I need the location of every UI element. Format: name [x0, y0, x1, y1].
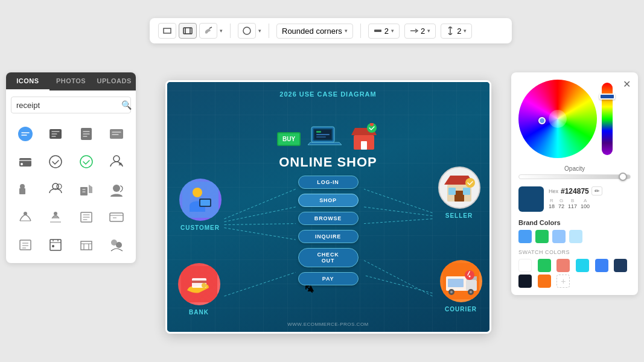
- actor-seller: SELLER: [438, 167, 480, 219]
- svg-rect-60: [448, 188, 456, 195]
- swatch-5[interactable]: [614, 259, 627, 272]
- list-item[interactable]: [73, 177, 100, 202]
- paint-tool[interactable]: [199, 23, 217, 39]
- color-wheel[interactable]: [518, 80, 597, 158]
- tab-photos[interactable]: PHOTOS: [49, 72, 93, 91]
- svg-point-5: [243, 27, 250, 34]
- buy-badge: BUY: [277, 132, 301, 146]
- use-case-browse[interactable]: BROWSE: [298, 212, 359, 225]
- list-item[interactable]: [42, 205, 69, 229]
- svg-point-15: [49, 156, 62, 168]
- list-item[interactable]: [12, 205, 39, 229]
- hex-label: Hex: [549, 188, 558, 194]
- stroke-width-select[interactable]: 2 ▾: [368, 24, 400, 39]
- panel-tabs: ICONS PHOTOS UPLOADS: [6, 72, 136, 91]
- svg-rect-18: [19, 188, 25, 194]
- svg-point-23: [113, 185, 120, 192]
- brand-color-2[interactable]: [552, 230, 566, 243]
- hue-slider[interactable]: [602, 83, 613, 155]
- svg-rect-6: [374, 30, 381, 32]
- brand-color-1[interactable]: [535, 230, 549, 243]
- brand-color-3[interactable]: [569, 230, 582, 243]
- actor-customer: CUSTOMER: [179, 179, 222, 231]
- swatch-7[interactable]: [538, 275, 551, 288]
- list-item[interactable]: [103, 233, 130, 257]
- circle-chevron[interactable]: ▾: [258, 28, 261, 34]
- svg-point-54: [193, 188, 202, 197]
- use-case-login[interactable]: LOG-IN: [298, 176, 359, 189]
- stroke-width-value: 2: [384, 27, 389, 36]
- toolbar: ▾ ▾ Rounded corners ▾ 2 ▾ 2 ▾ 2 ▾: [150, 18, 512, 43]
- list-item[interactable]: [103, 177, 130, 202]
- rectangle-tool[interactable]: [158, 23, 176, 39]
- arrow-width-value: 2: [421, 27, 425, 36]
- swatch-1[interactable]: [538, 259, 551, 272]
- separator-2: [269, 24, 269, 38]
- cursor: ↖: [304, 281, 314, 297]
- height-select[interactable]: 2 ▾: [441, 24, 472, 39]
- svg-point-62: [465, 178, 475, 188]
- arrow-width-select[interactable]: 2 ▾: [404, 24, 436, 39]
- use-case-shop[interactable]: SHOP: [298, 194, 359, 207]
- list-item[interactable]: [42, 233, 69, 257]
- frame-tool[interactable]: [179, 23, 197, 39]
- color-wheel-dot[interactable]: [538, 117, 546, 124]
- list-item[interactable]: [12, 122, 39, 146]
- swatch-0[interactable]: [518, 259, 532, 272]
- rounded-corners-select[interactable]: Rounded corners ▾: [276, 24, 353, 39]
- swatch-2[interactable]: [556, 259, 570, 272]
- use-case-checkout[interactable]: CHECK OUT: [298, 248, 359, 267]
- svg-point-76: [468, 275, 470, 277]
- swatch-3[interactable]: [576, 259, 589, 272]
- brand-colors-label: Brand Colors: [518, 219, 631, 226]
- svg-point-24: [24, 212, 27, 215]
- list-item[interactable]: [42, 177, 69, 202]
- opacity-label: Opacity: [518, 165, 631, 172]
- customer-icon: [179, 179, 222, 221]
- swatch-add-button[interactable]: +: [556, 275, 570, 288]
- tab-uploads[interactable]: UPLOADS: [92, 72, 136, 91]
- list-item[interactable]: [73, 205, 100, 229]
- list-item[interactable]: [103, 122, 130, 146]
- list-item[interactable]: [12, 177, 39, 202]
- search-input[interactable]: [16, 101, 118, 110]
- list-item[interactable]: [103, 205, 130, 229]
- diagram-title: 2026 USE CASE DIAGRAM: [167, 91, 489, 98]
- search-button[interactable]: 🔍: [121, 100, 132, 110]
- swatch-6[interactable]: [518, 275, 532, 288]
- tab-icons[interactable]: ICONS: [6, 72, 49, 91]
- use-case-inquire[interactable]: INQUIRE: [298, 230, 359, 243]
- hex-edit-button[interactable]: ✏: [591, 186, 602, 195]
- customer-label: CUSTOMER: [180, 224, 220, 231]
- svg-rect-12: [110, 129, 123, 139]
- list-item[interactable]: [73, 122, 100, 146]
- brand-colors-row: [518, 230, 631, 243]
- svg-point-30: [52, 245, 54, 247]
- circle-tool[interactable]: [238, 23, 256, 39]
- list-item[interactable]: [73, 233, 100, 257]
- circle-tool-group: ▾: [238, 23, 261, 39]
- list-item[interactable]: [42, 150, 69, 174]
- rgba-row: R 18 G 72 B 117 A 100: [549, 198, 631, 209]
- height-value: 2: [457, 27, 461, 36]
- b-value: B 117: [568, 198, 577, 209]
- svg-point-73: [470, 291, 472, 293]
- diagram-frame[interactable]: 2026 USE CASE DIAGRAM BUY: [165, 80, 491, 334]
- list-item[interactable]: [12, 233, 39, 257]
- courier-icon: [440, 260, 482, 302]
- list-item[interactable]: [73, 150, 100, 174]
- svg-rect-38: [316, 136, 326, 138]
- separator-3: [360, 24, 361, 38]
- list-item[interactable]: [103, 150, 130, 174]
- paint-tool-chevron[interactable]: ▾: [220, 28, 223, 34]
- svg-rect-59: [454, 191, 464, 202]
- list-item[interactable]: [12, 150, 39, 174]
- brand-color-0[interactable]: [518, 230, 532, 243]
- color-swatch-preview[interactable]: [518, 186, 544, 212]
- swatch-4[interactable]: [595, 259, 608, 272]
- svg-point-17: [113, 156, 120, 162]
- close-button[interactable]: ✕: [623, 78, 631, 90]
- actor-bank: BANK: [178, 263, 220, 316]
- opacity-track[interactable]: [518, 174, 631, 179]
- list-item[interactable]: [42, 122, 69, 146]
